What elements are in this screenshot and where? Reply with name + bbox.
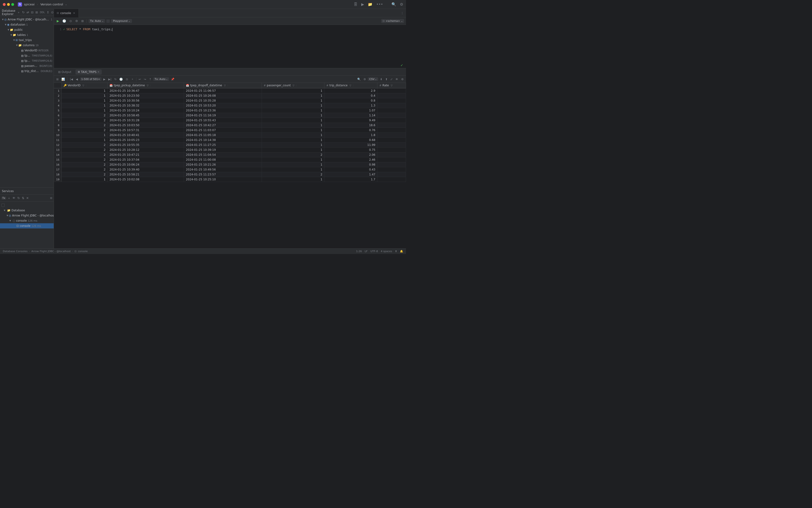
schema-item[interactable]: ▼ ◉ datafusion 1 [0,22,54,27]
maximize-button[interactable] [11,3,14,6]
run-btn[interactable]: ▶ [56,19,60,23]
dropoff-header[interactable]: 📅 tpep_dropoff_datetime ▽ ⋮ [184,83,262,88]
table-row[interactable]: 8 2 2024-01-25 10:03:50 2024-01-25 10:42… [54,123,406,128]
col-dropoff[interactable]: ▤ tpep_dropoff_datetime TIMESTAMP(26,6) [0,58,54,63]
public-item[interactable]: ▼ 📁 public [0,27,54,32]
search-icon[interactable]: 🔍 [392,2,396,7]
minimize-button[interactable] [7,3,10,6]
schema-btn[interactable]: ↕ [46,10,50,14]
output-tab[interactable]: ▤ Output [56,70,74,75]
svc-connection-item[interactable]: ▼ ◎ Arrow Flight JDBC - @localhost [0,213,54,218]
last-page-btn[interactable]: ▶| [107,77,112,81]
col-passengers[interactable]: ▤ passenger_count BIGINT(19) [0,63,54,69]
svc-console-group[interactable]: ▼ ◌ console 126 ms [0,218,54,223]
more-icon[interactable]: ••• [376,2,383,7]
filter-btn[interactable]: ⊟ [31,10,34,14]
console-tab-close[interactable]: × [73,11,76,15]
settings-results-btn[interactable]: ⚙ [363,77,367,81]
tx-auto-results[interactable]: Tx: Auto ⌄ [153,77,169,81]
tab-more-btn[interactable]: ⋮ [399,11,406,15]
table-row[interactable]: 5 1 2024-01-25 10:10:24 2024-01-25 10:23… [54,108,406,113]
table-row[interactable]: 4 1 2024-01-25 10:38:32 2024-01-25 10:53… [54,103,406,108]
close-button[interactable] [3,3,6,6]
tables-item[interactable]: ▼ 📁 tables 1 [0,32,54,38]
ddl-btn[interactable]: DDL [39,10,45,14]
notification-icon[interactable]: 🔔 [400,250,403,253]
schema-dropdown[interactable]: ⊡ <schema> ⌄ [381,19,404,23]
table-view-btn[interactable]: ⊞ [35,10,38,14]
search-results-btn[interactable]: 🔍 [356,77,362,81]
data-table-container[interactable]: 🔑 VendorID ▽ ⋮ 📅 tpep_pickup_datetime [54,83,406,248]
version-control-label[interactable]: Version control [40,3,63,6]
table-row[interactable]: 16 2 2024-01-25 10:06:24 2024-01-25 10:2… [54,162,406,167]
upload-btn[interactable]: ⬆ [384,77,389,81]
clock-btn[interactable]: 🕐 [61,19,67,23]
table-row[interactable]: 17 2 2024-01-25 10:39:40 2024-01-25 10:4… [54,167,406,172]
breadcrumb-console[interactable]: console [78,250,88,253]
svc-panel-toggle[interactable]: ⊟ [50,197,52,200]
tx-stop-btn[interactable] [106,19,110,23]
undo-btn[interactable]: ↩ [138,77,142,81]
table-row[interactable]: 10 1 2024-01-25 10:40:41 2024-01-25 11:0… [54,133,406,138]
passengers-header[interactable]: # passenger_count ▽ ⋮ [262,83,324,88]
play-icon[interactable]: ▶ [361,2,364,7]
playground-dropdown[interactable]: Playground ⌄ [111,19,132,23]
distance-header[interactable]: # trip_distance ▽ ⋮ [324,83,377,88]
breadcrumb-db-consoles[interactable]: Database Consoles [3,250,28,253]
columns-header-item[interactable]: ▼ 📁 columns 19 [0,43,54,48]
first-page-btn[interactable]: |◀ [69,77,74,81]
svc-sort-btn[interactable]: ⇅ [21,196,25,200]
table-row[interactable]: 15 2 2024-01-25 10:37:04 2024-01-25 11:0… [54,157,406,162]
rate-filter-icon[interactable]: ▽ [391,84,393,87]
table-row[interactable]: 2 1 2024-01-25 10:23:50 2024-01-25 10:26… [54,93,406,98]
redo-btn[interactable]: ↪ [143,77,147,81]
breadcrumb-connection[interactable]: Arrow Flight JDBC - @localhost [32,250,71,253]
table-row[interactable]: 1 1 2024-01-25 10:36:47 2024-01-25 11:06… [54,88,406,93]
table-row[interactable]: 11 1 2024-01-25 10:05:23 2024-01-25 10:1… [54,138,406,142]
prev-page-btn[interactable]: ◀ [75,77,79,81]
pickup-filter-icon[interactable]: ▽ [147,84,149,87]
svc-checkbox[interactable] [1,204,5,207]
grid-btn[interactable]: ⊞ [80,19,85,23]
col-settings-btn[interactable]: ⚙ [400,77,405,81]
stop-btn[interactable]: ⊙ [69,19,73,23]
search-db-btn[interactable]: ⊙ [51,10,54,14]
tx-dropdown[interactable]: Tx: Auto ⌄ [89,19,105,23]
sync-btn[interactable]: ⇄ [26,10,30,14]
expand-btn[interactable]: ⤢ [389,77,394,81]
vendor-id-header[interactable]: 🔑 VendorID ▽ ⋮ [61,83,107,88]
table-row[interactable]: 9 2 2024-01-25 10:57:31 2024-01-25 11:03… [54,128,406,133]
table-row[interactable]: 14 2 2024-01-25 10:47:21 2024-01-25 11:0… [54,153,406,157]
vendor-filter-icon[interactable]: ▽ [82,84,84,87]
connection-item[interactable]: ▼ ◎ Arrow Flight JDBC - @localhost 1 [0,17,54,22]
table-row[interactable]: 18 2 2024-01-25 10:58:21 2024-01-25 11:2… [54,172,406,177]
table-tab-close[interactable]: ✕ [97,71,99,73]
stop-results-btn[interactable]: ⊙ [125,77,129,81]
pickup-header[interactable]: 📅 tpep_pickup_datetime ▽ ⋮ [107,83,184,88]
svc-sync-btn[interactable]: ↻ [17,196,20,200]
settings-icon[interactable]: ⚙ [400,2,403,7]
col-vendor-id[interactable]: ▤ VendorID INTEGER [0,48,54,53]
page-range[interactable]: 1-500 of 501+ [80,77,101,81]
distance-filter-icon[interactable]: ▽ [350,84,351,87]
add-connection-btn[interactable]: ＋ [17,10,20,15]
table-row[interactable]: 6 2 2024-01-25 10:58:45 2024-01-25 11:16… [54,113,406,118]
svc-close-btn[interactable]: ✕ [26,196,29,200]
svc-view-btn[interactable]: 👁 [12,196,16,200]
refresh-results-btn[interactable]: ↻ [113,77,118,81]
visibility-btn[interactable]: 👁 [395,77,399,81]
next-page-btn[interactable]: ▶ [102,77,106,81]
submit-btn[interactable]: ↑ [148,77,152,81]
refresh-btn[interactable]: ↻ [21,10,25,14]
database-icon[interactable]: 🗄 [354,2,358,7]
folder-icon[interactable]: 📁 [368,2,372,7]
settings-btn[interactable]: ⚙ [74,19,79,23]
table-row[interactable]: 19 1 2024-01-25 10:02:08 2024-01-25 10:2… [54,177,406,182]
table-view-btn[interactable]: ⊞ [55,77,59,81]
chart-view-btn[interactable]: 📊 [60,77,66,81]
svc-database-item[interactable]: ▼ 📁 Database [0,208,54,213]
table-tab[interactable]: ⊞ TAXI_TRIPS ✕ [76,70,102,75]
code-editor[interactable]: 1 ✓ SELECT * FROM taxi_trips; [54,25,406,62]
table-row[interactable]: 3 1 2024-01-25 10:30:56 2024-01-25 10:35… [54,98,406,103]
svc-console-item[interactable]: ⊡ console 126 ms [0,223,54,228]
